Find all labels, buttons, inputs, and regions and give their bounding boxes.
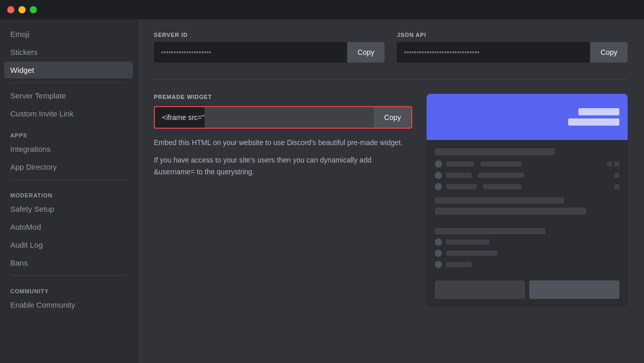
premade-desc-2: If you have access to your site's users …: [154, 154, 412, 177]
widget-channel-row-2: [435, 208, 586, 215]
json-api-input-row: Copy: [397, 42, 628, 63]
premade-desc-1: Embed this HTML on your website to use D…: [154, 137, 412, 148]
widget-avatar-1: [435, 160, 442, 168]
widget-channel-row-1: [435, 148, 555, 155]
widget-section-label-2: [435, 228, 546, 234]
sidebar-item-server-template[interactable]: Server Template: [4, 87, 133, 104]
sidebar-item-bans[interactable]: Bans: [4, 254, 133, 271]
widget-status-dots-1: [607, 162, 619, 167]
premade-left: PREMADE WIDGET <iframe src=" Copy Embed …: [154, 94, 412, 184]
maximize-button[interactable]: [30, 6, 37, 13]
sidebar-item-audit-log[interactable]: Audit Log: [4, 236, 133, 253]
widget-dot-2: [614, 173, 619, 178]
widget-name-6: [446, 262, 472, 267]
sidebar-section-community: COMMUNITY: [4, 280, 133, 296]
widget-avatar-4: [435, 238, 442, 246]
server-id-field: SERVER ID Copy: [154, 32, 385, 63]
server-id-label: SERVER ID: [154, 32, 385, 38]
sidebar-item-custom-invite-link[interactable]: Custom Invite Link: [4, 105, 133, 122]
widget-name-2: [446, 173, 472, 178]
sidebar-section-moderation: MODERATION: [4, 184, 133, 200]
widget-preview-footer: [427, 280, 628, 307]
widget-preview-body: [427, 140, 628, 280]
sidebar-divider-3: [10, 275, 127, 276]
iframe-input[interactable]: [205, 107, 374, 128]
sidebar-item-app-directory[interactable]: App Directory: [4, 158, 133, 175]
sidebar-item-stickers[interactable]: Stickers: [4, 44, 133, 60]
widget-name-4: [446, 239, 490, 245]
sidebar-item-emoji[interactable]: Emoji: [4, 26, 133, 43]
widget-avatar-2: [435, 172, 442, 179]
server-id-input[interactable]: [154, 42, 347, 63]
widget-user-row-2: [435, 172, 619, 179]
widget-user-row-5: [435, 250, 619, 257]
server-id-copy-button[interactable]: Copy: [347, 42, 385, 63]
widget-user-row-3: [435, 183, 619, 190]
widget-name-1: [446, 162, 474, 167]
widget-user-row-1: [435, 160, 619, 168]
titlebar: [0, 0, 644, 19]
sidebar-item-integrations[interactable]: Integrations: [4, 140, 133, 157]
widget-header-bar-1: [578, 108, 619, 115]
iframe-copy-button[interactable]: Copy: [374, 107, 411, 128]
sidebar-item-safety-setup[interactable]: Safety Setup: [4, 200, 133, 217]
sidebar-item-enable-community[interactable]: Enable Community: [4, 296, 133, 313]
widget-footer-bar-1: [435, 280, 525, 299]
widget-user-row-6: [435, 261, 619, 268]
premade-widget-section: PREMADE WIDGET <iframe src=" Copy Embed …: [154, 94, 628, 307]
sidebar: Emoji Stickers Widget Server Template Cu…: [0, 19, 137, 363]
widget-avatar-3: [435, 183, 442, 190]
iframe-prefix: <iframe src=": [155, 107, 205, 128]
minimize-button[interactable]: [18, 6, 26, 13]
widget-user-row-4: [435, 238, 619, 246]
section-divider: [154, 79, 628, 79]
widget-avatar-6: [435, 261, 442, 268]
server-id-input-row: Copy: [154, 42, 385, 63]
widget-preview-header: [427, 94, 628, 140]
premade-label: PREMADE WIDGET: [154, 94, 412, 100]
close-button[interactable]: [7, 6, 14, 13]
widget-header-bar-2: [568, 118, 619, 126]
json-api-input[interactable]: [397, 42, 590, 63]
widget-dot-1a: [607, 162, 612, 167]
widget-name-1b: [480, 162, 521, 167]
widget-preview: [427, 94, 628, 307]
widget-avatar-5: [435, 250, 442, 257]
sidebar-divider-2: [10, 179, 127, 180]
iframe-input-row: <iframe src=" Copy: [154, 106, 412, 129]
main-content: SERVER ID Copy JSON API Copy PREMADE WID…: [137, 19, 644, 363]
widget-section-label-1: [435, 197, 564, 204]
widget-name-2b: [478, 173, 524, 178]
sidebar-item-automod[interactable]: AutoMod: [4, 218, 133, 235]
api-row: SERVER ID Copy JSON API Copy: [154, 32, 628, 63]
widget-name-5: [446, 251, 497, 256]
widget-name-3: [446, 184, 477, 189]
json-api-label: JSON API: [397, 32, 628, 38]
sidebar-item-widget[interactable]: Widget: [4, 62, 133, 78]
widget-dot-3: [614, 184, 619, 189]
sidebar-divider-1: [10, 83, 127, 83]
widget-dot-1b: [614, 162, 619, 167]
json-api-copy-button[interactable]: Copy: [590, 42, 628, 63]
json-api-field: JSON API Copy: [397, 32, 628, 63]
widget-footer-btn-1: [529, 280, 619, 299]
widget-name-3b: [483, 184, 521, 189]
sidebar-section-apps: APPS: [4, 124, 133, 140]
